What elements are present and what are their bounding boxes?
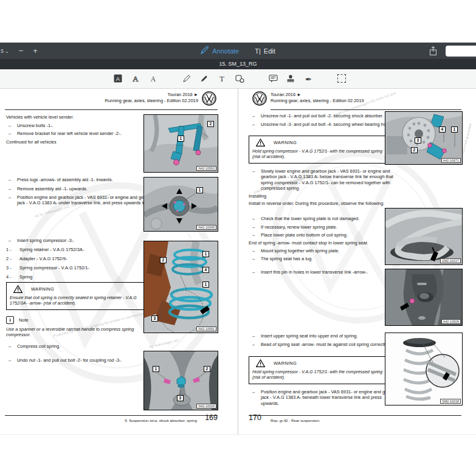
page-divider [238,88,238,434]
text-tool[interactable]: T [217,74,227,83]
step-item: The spring seat has a lug. [249,256,401,261]
warning-box: WARNING Hold spring compressor - V.A.G 1… [249,136,388,164]
legend-item: 4 -Spring [6,274,146,280]
legend-item: 1 -Spring retainer - V.A.G 1752/3A- [6,247,146,252]
step-item: If necessary, renew lower spring plate. [249,224,401,230]
footer-rule [5,415,218,416]
step-item: Press lugs -arrows- of assembly aid -1- … [5,177,157,182]
share-button[interactable] [429,46,437,56]
warning-triangle-icon [256,139,265,147]
note-label: Note [19,317,29,323]
svg-text:✒: ✒ [305,74,312,83]
step-item: Undo nut -1- and pull out bolt -2- for c… [5,357,157,363]
warning-title: WARNING [274,360,297,366]
header-line1: Touran 2016 ► [105,92,198,98]
warning-triangle-icon [13,285,22,293]
step-item: Position engine and gearbox jack - VAS 6… [249,389,401,406]
paragraph: Continued for all vehicles [6,139,146,145]
figure-caption: SM2-10218 [440,399,461,404]
svg-text:A: A [116,75,120,82]
header-line2: Running gear, axles, steering - Edition … [271,98,364,104]
figure-caption: N42-10029 [196,404,216,409]
warning-text: Hold spring compressor - V.A.G 1752/1- w… [252,370,385,381]
page-number: 169 [205,413,218,422]
figure-caption: SM2-10217 [440,258,461,263]
figure-spring-seat-stop: SM2-10217 [385,208,463,265]
figure-assembly-aid: 1 N42-10049 [143,177,218,232]
step-item: Unscrew bolts -1-. [5,123,157,128]
step-item: Bead of spring seat -arrow- must lie aga… [249,342,401,347]
footer-section: Rep. gr.42 - Rear suspension [271,418,319,423]
step-item: Place lower plate onto bottom of coil sp… [249,232,401,238]
header-line2: Running gear, axles, steering - Edition … [105,98,198,104]
step-item: Check that the lower spring plate is not… [249,216,401,221]
figure-shock-absorber-bolts: 4 1 3 2 A42-10671 [385,111,463,165]
legend-item: 3 -Spring compressor - V.A.G 1752/1- [6,265,146,271]
figure-spring-lug-detail: SM2-10218 [385,333,463,405]
pen-icon [201,46,209,55]
paragraph: Vehicles with vehicle level sender. [6,114,146,120]
text-highlight-tool[interactable]: A [131,74,140,83]
warning-text: Ensure that coil spring is correctly sea… [10,295,142,306]
footer-section: 5. Suspension strut, shock absorber, spr… [125,418,197,423]
main-toolbar: s⌄ − + Annotate T| Edit [0,43,476,59]
figure-spring-compressor: 2 1 4 1 3 N42-10591 [143,241,218,333]
pdf-annotator-app: s⌄ − + Annotate T| Edit [0,0,476,476]
warning-title: WARNING [31,286,54,292]
footer-rule [249,415,461,416]
figure-caption: N42-10593 [196,166,216,171]
svg-text:T: T [219,74,224,83]
warning-triangle-icon [256,359,265,367]
search-input[interactable] [446,46,476,57]
step-item: Unscrew nut -1- and pull out bolt -2- se… [249,113,401,119]
edit-label: Edit [264,47,275,55]
paragraph: Install in reverse order. During this pr… [249,201,388,206]
warning-box: WARNING Hold spring compressor - V.A.G 1… [249,356,388,384]
step-item: Unscrew nut -3- and pull out bolt -4- se… [249,122,401,127]
note-text: Use a spanner or a reversible ratchet ha… [6,326,146,338]
step-item: Insert upper spring seat into upper end … [249,333,401,339]
step-item: Remove assembly aid -1- upwards. [5,186,157,191]
note-header: i Note [6,316,29,324]
paragraph: Installing [249,193,388,199]
figure-caption: N42-10049 [196,225,216,230]
manual-page-169: Touran 2016 ► Running gear, axles, steer… [5,91,218,435]
text-style-tool[interactable]: A [113,74,123,83]
edit-tab[interactable]: T| Edit [255,47,275,55]
page-number: 170 [249,413,261,422]
warning-text: Hold spring compressor - V.A.G 1752/1- w… [252,149,385,160]
legend-item: 2 -Adapter - V.A.G 1752/9- [6,256,146,261]
step-item: Slowly lower engine and gearbox jack - V… [249,168,401,191]
paragraph: End of spring -arrow- must contact stop … [249,240,388,246]
svg-text:A: A [151,75,156,83]
document-title: 15. SM_13_RG [219,61,257,67]
figure-caption: A42-10509 [441,319,461,324]
step-item: Position engine and gearbox jack - VAS 6… [5,195,157,206]
annotation-toolbar: A A A T [0,69,476,89]
page-header: Touran 2016 ► Running gear, axles, steer… [271,92,364,103]
selection-tool[interactable] [337,74,347,83]
marker-tool[interactable] [199,74,209,83]
figure-caption: N42-10591 [196,326,216,331]
header-rule [5,109,218,110]
figure-coupling-rod: 1 2 3 N42-10029 [143,351,218,410]
warning-box: WARNING Ensure that coil spring is corre… [6,282,146,310]
shape-tool[interactable] [235,74,244,83]
annotate-label: Annotate [212,47,239,55]
manual-page-170: Touran 2016 ► Running gear, axles, steer… [249,91,461,435]
vw-logo-icon [202,91,216,106]
step-item: Remove bracket for rear left vehicle lev… [5,131,157,136]
note-tool[interactable] [268,74,278,83]
pencil-tool[interactable] [182,74,191,83]
info-icon: i [6,316,14,324]
text-edit-icon: T| [255,47,261,55]
header-rule [271,109,461,110]
step-item: Compress coil spring. [5,343,157,349]
document-titlebar: 15. SM_13_RG [0,59,476,69]
annotate-tab[interactable]: Annotate [201,46,239,55]
signature-tool[interactable]: ✒ [303,74,313,83]
stamp-tool[interactable] [286,74,295,83]
figure-transverse-link-pin: A42-10509 [385,269,463,326]
page-header: Touran 2016 ► Running gear, axles, steer… [105,92,198,103]
text-strikethrough-tool[interactable]: A [148,74,158,83]
